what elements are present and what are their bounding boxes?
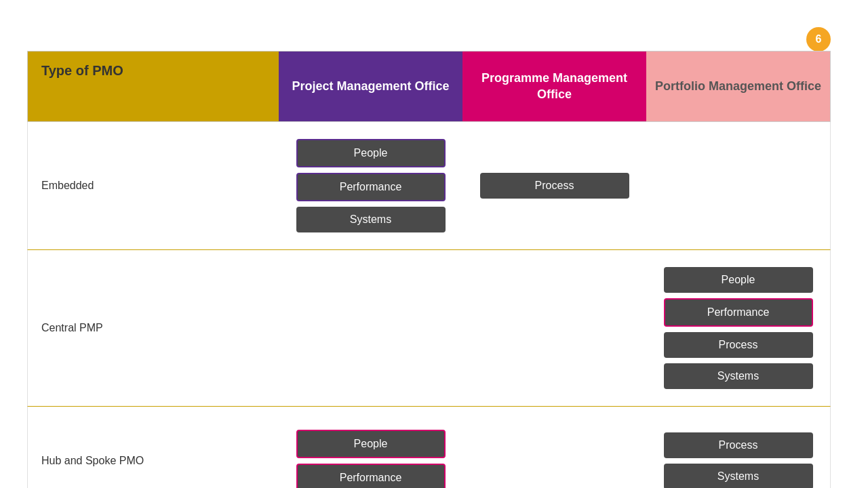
row-central-pmp: Central PMP People Performance Process S… <box>27 250 831 407</box>
page-number-badge: 6 <box>806 27 831 52</box>
row-hub-col2 <box>462 417 646 488</box>
row-embedded-col3 <box>646 132 830 239</box>
row-label-embedded: Embedded <box>28 132 279 239</box>
row-embedded: Embedded People Performance Systems Proc… <box>27 122 831 250</box>
tag-embedded-process: Process <box>480 173 629 199</box>
tag-hub-performance: Performance <box>296 464 446 489</box>
header-type-label: Type of PMO <box>28 52 279 121</box>
header-project-management-office: Project Management Office <box>279 52 462 121</box>
row-hub-col3: Process Systems <box>646 417 830 488</box>
header-portfolio-management-office: Portfolio Management Office <box>646 52 830 121</box>
row-central-col2 <box>462 260 646 396</box>
page-number-text: 6 <box>816 33 822 45</box>
row-hub-spoke: Hub and Spoke PMO People Performance Pro… <box>27 407 831 488</box>
tag-embedded-people: People <box>296 139 446 167</box>
tag-hub-people: People <box>296 430 446 458</box>
row-label-hub-spoke: Hub and Spoke PMO <box>28 417 279 488</box>
header-row: Type of PMO Project Management Office Pr… <box>27 51 831 122</box>
tag-central-people: People <box>664 267 813 293</box>
tag-embedded-systems: Systems <box>296 207 446 232</box>
row-central-col3: People Performance Process Systems <box>646 260 830 396</box>
row-central-col1 <box>279 260 462 396</box>
tag-central-systems: Systems <box>664 363 813 389</box>
tag-hub-process: Process <box>664 432 813 458</box>
tag-central-process: Process <box>664 332 813 358</box>
row-embedded-col2: Process <box>462 132 646 239</box>
tag-embedded-performance: Performance <box>296 173 446 201</box>
header-programme-management-office: Programme Management Office <box>462 52 646 121</box>
row-hub-col1: People Performance <box>279 417 462 488</box>
tag-central-performance: Performance <box>664 298 813 327</box>
row-label-central-pmp: Central PMP <box>28 260 279 396</box>
main-table: Type of PMO Project Management Office Pr… <box>27 51 831 468</box>
tag-hub-systems: Systems <box>664 464 813 489</box>
row-embedded-col1: People Performance Systems <box>279 132 462 239</box>
